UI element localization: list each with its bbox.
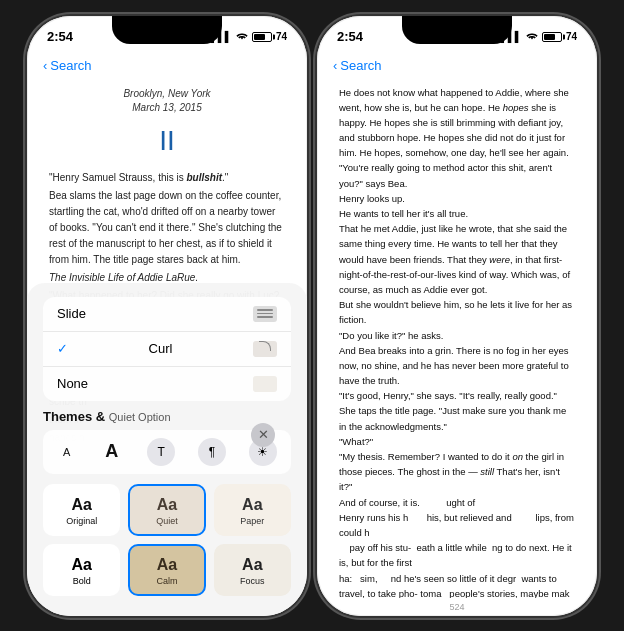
- phones-container: 2:54 ▌▌▌ 74 ‹ Search: [17, 6, 607, 626]
- theme-focus[interactable]: Aa Focus: [214, 544, 291, 596]
- theme-calm[interactable]: Aa Calm: [128, 544, 205, 596]
- curl-icon: [253, 341, 277, 357]
- theme-bold-label: Bold: [73, 576, 91, 586]
- theme-grid: Aa Original Aa Quiet Aa Paper Aa Bold: [43, 484, 291, 596]
- notch: [112, 16, 222, 44]
- right-battery-percent: 74: [566, 31, 577, 42]
- close-button[interactable]: ✕: [251, 423, 275, 447]
- slide-icon: [253, 306, 277, 322]
- font-icon: T: [157, 445, 164, 459]
- theme-original-label: Original: [66, 516, 97, 526]
- theme-calm-aa: Aa: [157, 556, 177, 574]
- right-para-6: But she wouldn't believe him, so he lets…: [339, 297, 575, 327]
- left-status-icons: ▌▌▌ 74: [211, 31, 287, 43]
- right-para-11: "My thesis. Remember? I wanted to do it …: [339, 449, 575, 495]
- check-curl: ✓: [57, 341, 68, 356]
- slide-menu-item-none[interactable]: None: [43, 367, 291, 401]
- curl-label: Curl: [149, 341, 173, 356]
- page-number: 524: [317, 598, 597, 616]
- right-para-12: And of course, it is. ught of: [339, 495, 575, 510]
- right-para-10: "What?": [339, 434, 575, 449]
- right-para-15: ha: sim, nd he's seen so little of it de…: [339, 571, 575, 598]
- right-status-icons: ▌▌▌ 74: [501, 31, 577, 43]
- slide-menu-item-slide[interactable]: Slide: [43, 297, 291, 332]
- theme-paper-aa: Aa: [242, 496, 262, 514]
- left-nav-bar: ‹ Search: [27, 52, 307, 79]
- slide-menu: Slide ✓ Curl: [43, 297, 291, 401]
- themes-label: Themes & Quiet Option: [43, 409, 291, 424]
- theme-bold-aa: Aa: [71, 556, 91, 574]
- right-para-13: Henry runs his h his, but relieved and l…: [339, 510, 575, 540]
- theme-paper[interactable]: Aa Paper: [214, 484, 291, 536]
- slide-label: Slide: [57, 306, 86, 321]
- overlay-panel: Slide ✓ Curl: [27, 283, 307, 616]
- wifi-icon: [236, 31, 248, 43]
- battery-percent: 74: [276, 31, 287, 42]
- left-back-button[interactable]: ‹ Search: [43, 58, 291, 73]
- right-para-8: And Bea breaks into a grin. There is no …: [339, 343, 575, 389]
- right-notch: [402, 16, 512, 44]
- right-battery-icon: [542, 32, 562, 42]
- right-phone: 2:54 ▌▌▌ 74 ‹ Search: [317, 16, 597, 616]
- format-icon: ¶: [209, 445, 215, 459]
- right-para-2: "You're really going to method actor thi…: [339, 160, 575, 190]
- right-para-4: He wants to tell her it's all true.: [339, 206, 575, 221]
- right-para-5: That he met Addie, just like he wrote, t…: [339, 221, 575, 297]
- theme-paper-label: Paper: [240, 516, 264, 526]
- brightness-icon: ☀: [257, 445, 268, 459]
- book-location: Brooklyn, New YorkMarch 13, 2015: [49, 87, 285, 115]
- none-icon: [253, 376, 277, 392]
- theme-focus-aa: Aa: [242, 556, 262, 574]
- right-time: 2:54: [337, 29, 363, 44]
- left-phone: 2:54 ▌▌▌ 74 ‹ Search: [27, 16, 307, 616]
- format-button[interactable]: ¶: [198, 438, 226, 466]
- theme-quiet-aa: Aa: [157, 496, 177, 514]
- right-wifi-icon: [526, 31, 538, 43]
- right-para-3: Henry looks up.: [339, 191, 575, 206]
- theme-original[interactable]: Aa Original: [43, 484, 120, 536]
- theme-calm-label: Calm: [156, 576, 177, 586]
- battery-icon: [252, 32, 272, 42]
- right-para-1: He does not know what happened to Addie,…: [339, 85, 575, 161]
- font-style-button[interactable]: T: [147, 438, 175, 466]
- none-label: None: [57, 376, 88, 391]
- right-book-content: He does not know what happened to Addie,…: [317, 79, 597, 598]
- font-increase-button[interactable]: A: [99, 439, 124, 464]
- right-para-14: pay off his stu- eath a little while ng …: [339, 540, 575, 570]
- font-decrease-button[interactable]: A: [57, 444, 76, 460]
- right-para-7: "Do you like it?" he asks.: [339, 328, 575, 343]
- theme-original-aa: Aa: [71, 496, 91, 514]
- right-nav-bar: ‹ Search: [317, 52, 597, 79]
- quiet-option-label: Quiet Option: [109, 411, 171, 423]
- theme-quiet-label: Quiet: [156, 516, 178, 526]
- right-para-9: "It's good, Henry," she says. "It's real…: [339, 388, 575, 434]
- theme-bold[interactable]: Aa Bold: [43, 544, 120, 596]
- theme-quiet[interactable]: Aa Quiet: [128, 484, 205, 536]
- theme-focus-label: Focus: [240, 576, 265, 586]
- book-header: Brooklyn, New YorkMarch 13, 2015 II: [49, 87, 285, 162]
- right-back-button[interactable]: ‹ Search: [333, 58, 581, 73]
- left-time: 2:54: [47, 29, 73, 44]
- book-chapter: II: [49, 119, 285, 162]
- slide-menu-item-curl[interactable]: ✓ Curl: [43, 332, 291, 367]
